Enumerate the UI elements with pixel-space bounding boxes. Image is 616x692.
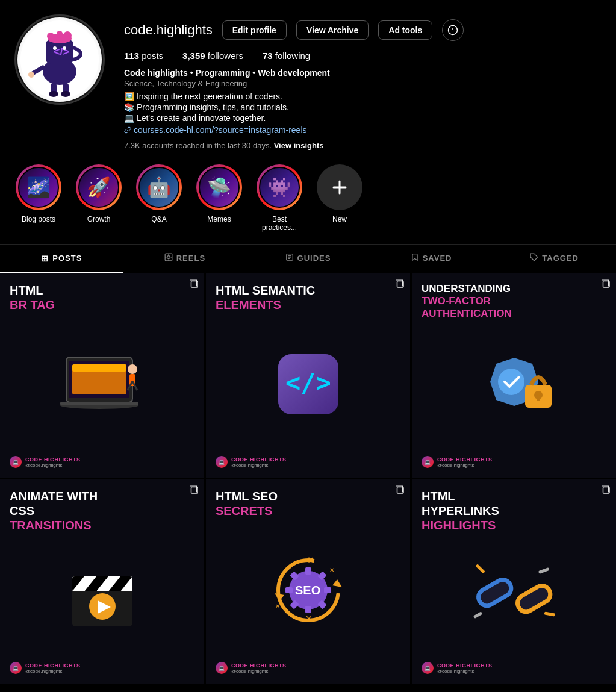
posts-tab-label: POSTS [52, 254, 82, 263]
highlight-label-5: Best practices... [255, 215, 303, 232]
svg-text:</>: </> [285, 368, 331, 397]
post-image-4 [10, 532, 194, 662]
post-multiple-icon-2 [394, 278, 405, 292]
svg-rect-90 [473, 611, 482, 619]
bio-line-1: 🖼️ Inspiring the next generation of code… [124, 92, 602, 101]
link-icon [124, 126, 131, 134]
ad-tools-button[interactable]: Ad tools [378, 20, 432, 40]
highlight-blog-posts[interactable]: 🌌 Blog posts [14, 164, 63, 223]
reach-text: 7.3K accounts reached in the last 30 day… [124, 141, 602, 150]
svg-point-6 [63, 31, 72, 40]
plus-icon [330, 178, 349, 197]
highlight-circle-1: 🌌 [16, 164, 61, 210]
post-hyperlinks[interactable]: HTMLHYPERLINKS HIGHLIGHTS [412, 479, 616, 684]
post-two-factor[interactable]: UNDERSTANDING TWO-FACTORAUTHENTICATION [412, 273, 616, 478]
post-title-5-pink: SECRETS [216, 503, 400, 518]
svg-point-9 [63, 46, 66, 50]
post-image-1 [10, 312, 194, 456]
post-footer-sub-3: @code.highlights [437, 463, 493, 468]
post-multiple-icon-3 [600, 278, 611, 292]
svg-text:✕: ✕ [305, 614, 313, 623]
tagged-tab-icon [530, 253, 538, 263]
reels-tab-icon [164, 253, 173, 263]
tabs-row: ⊞ POSTS REELS GUIDES SAVED TAGGED [0, 244, 616, 273]
svg-rect-88 [538, 567, 549, 574]
avatar[interactable]: </> [14, 14, 105, 105]
svg-rect-71 [285, 587, 293, 593]
bio-link-text: courses.code-hl.com/?source=instagram-re… [134, 125, 307, 135]
post-title-3-white: UNDERSTANDING [422, 283, 606, 295]
post-title-6-pink: HIGHLIGHTS [422, 518, 606, 532]
tab-reels[interactable]: REELS [123, 245, 247, 273]
guides-tab-label: GUIDES [297, 254, 331, 263]
post-title-2-pink: ELEMENTS [216, 298, 400, 312]
profile-header: </> code.highlights Edit profile [0, 0, 616, 150]
post-html-semantic[interactable]: HTML SEMANTIC ELEMENTS </> [206, 273, 410, 478]
svg-rect-69 [305, 567, 311, 575]
highlight-circle-5: 👾 [257, 164, 302, 210]
svg-point-47 [498, 369, 524, 395]
svg-point-8 [53, 46, 57, 50]
tab-tagged[interactable]: TAGGED [493, 245, 616, 273]
highlight-growth[interactable]: 🚀 Growth [75, 164, 123, 223]
highlights-row: 🌌 Blog posts 🚀 Growth 🤖 Q&A 🛸 Memes 👾 Be… [0, 150, 616, 239]
tab-posts[interactable]: ⊞ POSTS [0, 245, 123, 273]
post-title-4-white: ANIMATE WITHCSS [10, 489, 194, 518]
edit-profile-button[interactable]: Edit profile [222, 20, 287, 40]
highlight-label-2: Growth [87, 215, 111, 223]
post-multiple-icon-1 [188, 278, 199, 292]
bio-line-3: 💻 Let's create and innovate together. [124, 113, 602, 123]
post-image-3 [422, 320, 606, 456]
svg-rect-70 [305, 606, 311, 613]
highlight-best-practices[interactable]: 👾 Best practices... [255, 164, 303, 232]
svg-text:✕: ✕ [329, 567, 334, 573]
post-html-br-tag[interactable]: HTML BR TAG [0, 273, 204, 478]
avatar-image: </> [17, 17, 102, 102]
highlight-label-new: New [332, 215, 347, 223]
reels-tab-label: REELS [176, 254, 205, 263]
bio-name: Code highlights • Programming • Web deve… [124, 68, 602, 78]
posts-stat: 113 posts [124, 51, 163, 61]
svg-rect-50 [537, 395, 540, 401]
svg-marker-66 [332, 579, 342, 587]
view-insights-link[interactable]: View insights [274, 141, 324, 150]
highlight-new[interactable]: New [316, 164, 364, 223]
bio-link[interactable]: courses.code-hl.com/?source=instagram-re… [124, 125, 602, 135]
svg-point-20 [167, 256, 170, 259]
post-css-transitions[interactable]: ANIMATE WITHCSS TRANSITIONS [0, 479, 204, 684]
bio-line-2: 📚 Programming insights, tips, and tutori… [124, 102, 602, 112]
post-title-4-pink: TRANSITIONS [10, 518, 194, 532]
highlight-qa[interactable]: 🤖 Q&A [135, 164, 183, 223]
followers-stat[interactable]: 3,359 followers [182, 51, 243, 61]
tab-guides[interactable]: GUIDES [246, 245, 370, 273]
svg-rect-40 [60, 402, 138, 405]
following-stat[interactable]: 73 following [263, 51, 310, 61]
post-title-6-white: HTMLHYPERLINKS [422, 489, 606, 518]
svg-point-4 [47, 33, 54, 40]
post-image-5: SEO ✕ ✕ ✕ ✕ [216, 518, 400, 662]
username: code.highlights [124, 22, 213, 38]
post-footer-name-5: CODE HIGHLIGHTS [231, 662, 287, 669]
post-footer-sub-5: @code.highlights [231, 669, 287, 674]
svg-rect-34 [72, 364, 126, 372]
post-title-1-pink: BR TAG [10, 298, 194, 312]
post-title-2-white: HTML SEMANTIC [216, 283, 400, 298]
post-footer-name-6: CODE HIGHLIGHTS [437, 662, 493, 669]
svg-text:✕: ✕ [307, 555, 314, 565]
post-footer-2: 💻 CODE HIGHLIGHTS @code.highlights [216, 456, 400, 468]
post-image-2: </> [216, 312, 400, 456]
settings-icon-button[interactable] [442, 19, 464, 41]
highlight-label-3: Q&A [151, 215, 166, 223]
svg-point-5 [57, 31, 63, 37]
profile-info: code.highlights Edit profile View Archiv… [124, 14, 602, 150]
view-archive-button[interactable]: View Archive [296, 20, 369, 40]
post-footer-4: 💻 CODE HIGHLIGHTS @code.highlights [10, 662, 194, 674]
tab-saved[interactable]: SAVED [370, 245, 493, 273]
post-multiple-icon-4 [188, 484, 199, 498]
highlight-circle-new [317, 164, 362, 210]
post-seo-secrets[interactable]: HTML SEO SECRETS [206, 479, 410, 684]
highlight-memes[interactable]: 🛸 Memes [195, 164, 243, 223]
post-footer-6: 💻 CODE HIGHLIGHTS @code.highlights [422, 662, 606, 674]
post-footer-1: 💻 CODE HIGHLIGHTS @code.highlights [10, 456, 194, 468]
svg-rect-87 [475, 564, 485, 573]
